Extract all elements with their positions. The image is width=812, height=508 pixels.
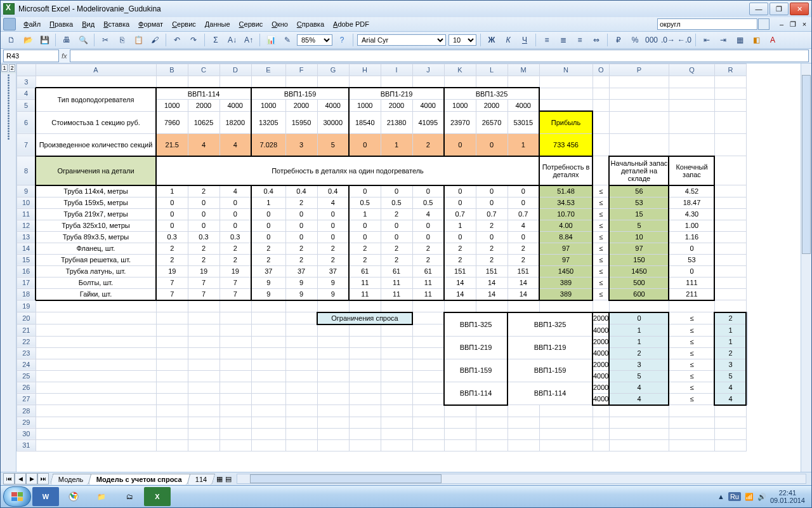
row-header[interactable]: 30 xyxy=(17,428,36,439)
cell[interactable]: 26570 xyxy=(476,111,508,133)
cell[interactable]: 1 xyxy=(381,133,412,156)
cell[interactable] xyxy=(156,359,188,370)
cell[interactable] xyxy=(609,417,669,428)
cell[interactable]: Болты, шт. xyxy=(36,277,156,288)
cell[interactable]: 2000 xyxy=(381,100,412,112)
cell[interactable]: 2 xyxy=(412,243,444,254)
cell[interactable] xyxy=(609,76,669,88)
cell[interactable]: 4 xyxy=(609,393,669,405)
cell[interactable]: 53 xyxy=(609,197,669,208)
cell[interactable]: ВВП1-325 xyxy=(444,88,539,100)
cell[interactable] xyxy=(476,405,508,417)
row-header[interactable]: 7 xyxy=(17,133,36,156)
help-search-button[interactable] xyxy=(758,18,769,30)
cell[interactable] xyxy=(36,417,156,428)
cell[interactable] xyxy=(251,312,285,324)
cell[interactable]: 4.30 xyxy=(669,208,714,220)
cell[interactable]: Начальный запас деталей на складе xyxy=(609,156,669,185)
menu-Файл[interactable]: Файл xyxy=(20,19,44,29)
underline-icon[interactable]: Ч xyxy=(518,33,532,47)
cell[interactable]: 14 xyxy=(508,288,539,300)
cell[interactable] xyxy=(714,300,746,312)
cell[interactable]: 2 xyxy=(219,243,251,254)
cell[interactable] xyxy=(317,347,349,359)
paste-icon[interactable]: 📋 xyxy=(131,33,145,47)
cell[interactable]: 0 xyxy=(609,312,669,324)
format-painter-icon[interactable]: 🖌 xyxy=(148,33,162,47)
cell[interactable]: 2 xyxy=(285,254,317,265)
cell[interactable]: 9 xyxy=(317,277,349,288)
cell[interactable] xyxy=(285,393,317,405)
menu-Adobe PDF[interactable]: Adobe PDF xyxy=(329,19,373,29)
cell[interactable]: ≤ xyxy=(593,277,609,288)
cell[interactable] xyxy=(747,347,748,359)
doc-minimize-button[interactable]: – xyxy=(777,20,786,29)
cell[interactable]: 0 xyxy=(317,208,349,220)
cell[interactable] xyxy=(747,324,748,337)
col-header[interactable]: N xyxy=(539,64,593,76)
cell[interactable]: 34.53 xyxy=(539,197,593,208)
cell[interactable]: 61 xyxy=(349,265,381,277)
cell[interactable]: 1 xyxy=(156,185,188,197)
cell[interactable] xyxy=(476,76,508,88)
vertical-scrollbar[interactable] xyxy=(801,64,811,472)
cell[interactable]: 151 xyxy=(444,265,476,277)
cell[interactable] xyxy=(539,100,593,112)
cell[interactable] xyxy=(349,359,381,370)
cell[interactable]: 2 xyxy=(349,243,381,254)
cell[interactable]: 2 xyxy=(285,243,317,254)
cell[interactable] xyxy=(714,428,746,439)
align-left-icon[interactable]: ≡ xyxy=(540,33,554,47)
cell[interactable]: 4.52 xyxy=(669,185,714,197)
cell[interactable] xyxy=(539,428,593,439)
cell[interactable]: 0 xyxy=(156,220,188,231)
cell[interactable]: 0 xyxy=(251,220,285,231)
cell[interactable]: Трубка латунь, шт. xyxy=(36,265,156,277)
cell[interactable]: 2 xyxy=(188,254,219,265)
cell[interactable]: 15950 xyxy=(285,111,317,133)
cell[interactable] xyxy=(714,288,746,300)
cell[interactable]: 37 xyxy=(317,265,349,277)
cell[interactable] xyxy=(609,111,669,133)
cell[interactable]: ≤ xyxy=(593,220,609,231)
cell[interactable]: 0 xyxy=(444,185,476,197)
cell[interactable] xyxy=(317,76,349,88)
cell[interactable] xyxy=(412,405,444,417)
cell[interactable]: 53 xyxy=(669,254,714,265)
cell[interactable] xyxy=(156,347,188,359)
increase-indent-icon[interactable]: ⇥ xyxy=(716,33,730,47)
cell[interactable] xyxy=(349,428,381,439)
cell[interactable]: Ограничения спроса xyxy=(317,312,412,324)
cell[interactable] xyxy=(188,324,219,337)
cell[interactable]: ≤ xyxy=(669,336,714,347)
cell[interactable] xyxy=(609,88,669,100)
cell[interactable]: ≤ xyxy=(669,393,714,405)
cell[interactable] xyxy=(219,312,251,324)
cell[interactable]: 97 xyxy=(539,243,593,254)
help-icon[interactable]: ? xyxy=(335,33,349,47)
cell[interactable]: 1 xyxy=(714,324,746,337)
cell[interactable] xyxy=(476,300,508,312)
cell[interactable] xyxy=(219,370,251,382)
cell[interactable] xyxy=(593,88,609,100)
cell[interactable]: 0.3 xyxy=(219,231,251,243)
cell[interactable]: 0 xyxy=(285,208,317,220)
cell[interactable]: 4 xyxy=(317,197,349,208)
cell[interactable] xyxy=(251,324,285,337)
row-header[interactable]: 22 xyxy=(17,336,36,347)
cell[interactable] xyxy=(219,359,251,370)
cell[interactable]: 0 xyxy=(381,185,412,197)
menu-Вид[interactable]: Вид xyxy=(78,19,98,29)
row-header[interactable]: 29 xyxy=(17,417,36,428)
fx-icon[interactable]: fx xyxy=(62,52,67,60)
cell[interactable] xyxy=(714,417,746,428)
taskbar-excel-icon[interactable]: X xyxy=(144,487,171,506)
increase-decimal-icon[interactable]: .0→ xyxy=(661,33,675,47)
cell[interactable] xyxy=(349,382,381,393)
cell[interactable]: 0.7 xyxy=(508,208,539,220)
cell[interactable] xyxy=(219,336,251,347)
cell[interactable]: 2 xyxy=(508,243,539,254)
cell[interactable] xyxy=(444,300,476,312)
cell[interactable] xyxy=(593,156,609,185)
cell[interactable] xyxy=(188,76,219,88)
